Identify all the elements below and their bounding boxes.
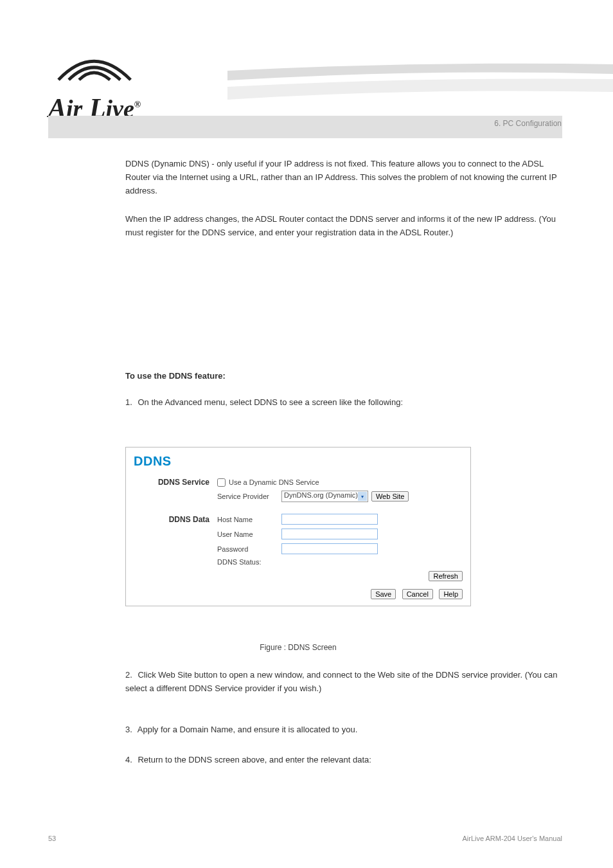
refresh-button[interactable]: Refresh <box>429 571 463 581</box>
paragraph-ddns-detail: When the IP address changes, the ADSL Ro… <box>125 213 562 240</box>
step-text: Apply for a Domain Name, and ensure it i… <box>138 725 358 734</box>
step-1: 1. On the Advanced menu, select DDNS to … <box>125 396 562 410</box>
step-4: 4. Return to the DDNS screen above, and … <box>125 754 562 767</box>
help-button[interactable]: Help <box>439 589 463 599</box>
paragraph-ddns-intro: DDNS (Dynamic DNS) - only useful if your… <box>125 158 562 197</box>
ddns-data-section-label: DDNS Data <box>134 515 217 524</box>
user-name-label: User Name <box>217 530 281 538</box>
website-button[interactable]: Web Site <box>371 491 409 502</box>
password-label: Password <box>217 545 281 553</box>
step-3: 3. Apply for a Domain Name, and ensure i… <box>125 723 562 737</box>
use-ddns-label: Use a Dynamic DNS Service <box>229 478 319 486</box>
save-button[interactable]: Save <box>371 589 396 599</box>
ddns-status-label: DDNS Status: <box>217 558 281 566</box>
step-number: 1. <box>125 397 136 407</box>
section-heading: To use the DDNS feature: <box>125 370 226 383</box>
step-text: Return to the DDNS screen above, and ent… <box>138 755 371 764</box>
figure-caption: Figure : DDNS Screen <box>125 643 471 652</box>
step-number: 3. <box>125 725 136 734</box>
chapter-bar <box>48 116 562 138</box>
panel-title: DDNS <box>134 454 463 469</box>
step-text: On the Advanced menu, select DDNS to see… <box>138 397 403 407</box>
host-name-input[interactable] <box>281 514 378 525</box>
cancel-button[interactable]: Cancel <box>402 589 433 599</box>
step-number: 4. <box>125 755 136 764</box>
host-name-label: Host Name <box>217 516 281 523</box>
page-number: 53 <box>48 835 56 842</box>
use-ddns-checkbox[interactable] <box>217 478 226 487</box>
service-provider-label: Service Provider <box>217 493 281 500</box>
product-name: AirLive ARM-204 User's Manual <box>462 835 562 842</box>
chapter-title: 6. PC Configuration <box>494 119 562 128</box>
header-swoosh <box>227 61 613 100</box>
service-provider-select[interactable]: DynDNS.org (Dynamic) ▾ <box>281 491 368 502</box>
ddns-service-section-label: DDNS Service <box>134 478 217 487</box>
page-footer: 53 AirLive ARM-204 User's Manual <box>48 835 562 842</box>
wifi-icon <box>48 39 141 90</box>
user-name-input[interactable] <box>281 529 378 539</box>
step-text: Click Web Site button to open a new wind… <box>125 670 557 693</box>
ddns-config-screenshot: DDNS DDNS Service Use a Dynamic DNS Serv… <box>125 447 471 606</box>
chevron-down-icon: ▾ <box>358 492 367 501</box>
step-number: 2. <box>125 670 136 680</box>
brand-logo: Air Live® <box>48 39 141 123</box>
password-input[interactable] <box>281 543 378 554</box>
service-provider-value: DynDNS.org (Dynamic) <box>281 491 368 502</box>
step-2: 2. Click Web Site button to open a new w… <box>125 669 562 696</box>
